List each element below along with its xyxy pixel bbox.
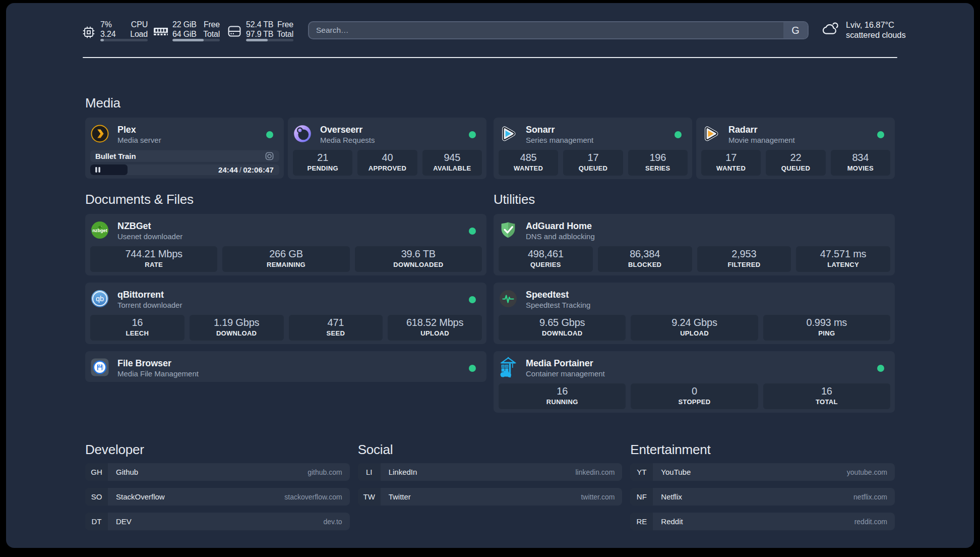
- bookmark-url: twitter.com: [581, 493, 615, 501]
- bookmark-column: GH Github github.com SO StackOverflow st…: [85, 463, 350, 530]
- stat-value: 266 GB: [222, 248, 349, 260]
- stat-label: UPLOAD: [631, 329, 758, 338]
- portainer-icon: [499, 358, 517, 376]
- service-header: Overseerr Media Requests: [293, 124, 482, 145]
- total-duration: 02:06:47: [243, 165, 274, 174]
- bookmark-reddit[interactable]: RE Reddit reddit.com: [630, 513, 895, 530]
- service-card-qbittorrent[interactable]: qBittorrent Torrent downloader 16 LEECH: [85, 283, 486, 344]
- service-card-sonarr[interactable]: Sonarr Series management 485 WANTED 17 Q…: [494, 118, 692, 179]
- resource-body: 22 GiB Free 64 GiB Total: [172, 20, 220, 41]
- bookmark-name[interactable]: DEV: [116, 517, 132, 526]
- service-title[interactable]: Overseerr: [320, 124, 375, 135]
- resource-disk: 52.4 TB Free 97.9 TB Total: [228, 20, 293, 41]
- cpu-load-value: 3.24: [100, 29, 115, 39]
- service-title[interactable]: qBittorrent: [117, 289, 182, 300]
- stat-label: SEED: [289, 329, 383, 338]
- bookmark-name[interactable]: YouTube: [661, 468, 691, 476]
- bookmark-linkedin[interactable]: LI LinkedIn linkedin.com: [358, 463, 623, 481]
- service-card-filebrowser[interactable]: File Browser Media File Management: [85, 351, 486, 382]
- service-card-adguard[interactable]: AdGuard Home DNS and adblocking 498,461 …: [494, 214, 895, 275]
- stat-value: 618.52 Mbps: [388, 316, 482, 329]
- service-card-portainer[interactable]: Media Portainer Container management 16 …: [494, 351, 895, 413]
- bookmark-abbr: LI: [358, 463, 381, 481]
- section-title-social: Social: [358, 441, 623, 458]
- stat-value: 485: [499, 151, 558, 164]
- bookmark-url: linkedin.com: [576, 468, 615, 476]
- bookmark-stackoverflow[interactable]: SO StackOverflow stackoverflow.com: [85, 488, 350, 506]
- memory-total-value: 64 GiB: [172, 29, 197, 39]
- section-title-media: Media: [85, 94, 895, 112]
- bookmark-name[interactable]: LinkedIn: [389, 468, 417, 476]
- overseerr-icon: [293, 125, 312, 143]
- stat-label: REMAINING: [222, 260, 349, 269]
- disk-total-label: Total: [277, 29, 293, 39]
- filebrowser-icon: [91, 358, 109, 376]
- service-title[interactable]: Radarr: [728, 124, 795, 135]
- service-description: Media Requests: [320, 135, 375, 145]
- top-bar-container: 7% CPU 3.24 Load 22 GiB: [83, 20, 897, 58]
- plex-now-playing: Bullet Train 24:44/02:06:47: [90, 150, 279, 175]
- service-text: NZBGet Usenet downloader: [117, 220, 182, 241]
- bookmark-name[interactable]: Netflix: [661, 492, 682, 501]
- service-header: NZBGet Usenet downloader: [90, 220, 482, 241]
- service-title[interactable]: Media Portainer: [526, 358, 605, 369]
- disk-free-value: 52.4 TB: [246, 20, 273, 29]
- card-pair: Sonarr Series management 485 WANTED 17 Q…: [494, 118, 895, 179]
- bookmark-netflix[interactable]: NF Netflix netflix.com: [630, 488, 895, 506]
- service-title[interactable]: Sonarr: [526, 124, 593, 135]
- disk-icon: [228, 25, 241, 38]
- service-card-nzbget[interactable]: NZBGet Usenet downloader 744.21 Mbps RAT…: [85, 214, 486, 275]
- stat-label: DOWNLOADED: [355, 260, 482, 269]
- stat-label: UPLOAD: [388, 329, 482, 338]
- bookmark-url: youtube.com: [847, 468, 887, 476]
- service-card-plex[interactable]: Plex Media server Bullet Train: [85, 118, 284, 179]
- stat-value: 9.65 Gbps: [499, 316, 626, 329]
- search-provider-button[interactable]: G: [783, 22, 808, 38]
- stat-tile: 17 QUEUED: [563, 150, 623, 176]
- service-card-radarr[interactable]: Radarr Movie management 17 WANTED 22 QUE…: [696, 118, 895, 179]
- section-title-utilities: Utilities: [494, 191, 895, 208]
- bookmark-abbr: GH: [85, 463, 108, 481]
- bookmark-name[interactable]: Twitter: [389, 492, 411, 501]
- service-card-overseerr[interactable]: Overseerr Media Requests 21 PENDING 40 A…: [288, 118, 486, 179]
- memory-free-value: 22 GiB: [172, 20, 197, 29]
- bookmark-column: LI LinkedIn linkedin.com TW Twitter twit…: [358, 463, 623, 506]
- service-title[interactable]: NZBGet: [117, 220, 182, 232]
- stat-tile: 618.52 Mbps UPLOAD: [388, 315, 482, 341]
- service-card-speedtest[interactable]: Speedtest Speedtest Tracking 9.65 Gbps D…: [494, 283, 895, 344]
- card-pair: Plex Media server Bullet Train: [85, 118, 486, 179]
- stat-label: RATE: [90, 260, 217, 269]
- memory-total-label: Total: [203, 29, 220, 39]
- service-title[interactable]: AdGuard Home: [526, 220, 595, 232]
- stat-value: 471: [289, 316, 383, 329]
- bookmark-url: netflix.com: [853, 493, 887, 501]
- bookmark-youtube[interactable]: YT YouTube youtube.com: [630, 463, 895, 481]
- bookmark-name[interactable]: StackOverflow: [116, 492, 165, 501]
- stat-tile: 39.6 TB DOWNLOADED: [355, 246, 482, 272]
- service-title[interactable]: Speedtest: [526, 289, 590, 300]
- service-title[interactable]: Plex: [117, 124, 161, 135]
- service-description: Media File Management: [117, 369, 199, 378]
- bookmark-name[interactable]: Github: [116, 468, 138, 476]
- bookmark-twitter[interactable]: TW Twitter twitter.com: [358, 488, 623, 506]
- stat-tile: 22 QUEUED: [766, 150, 825, 176]
- bookmark-name[interactable]: Reddit: [661, 517, 683, 526]
- cpu-usage-value: 7%: [100, 20, 112, 29]
- stat-tile: 1.19 Gbps DOWNLOAD: [190, 315, 284, 341]
- service-title[interactable]: File Browser: [117, 358, 199, 369]
- stat-label: DOWNLOAD: [499, 329, 626, 338]
- stat-value: 16: [763, 385, 890, 398]
- stat-label: FILTERED: [697, 260, 791, 269]
- service-header: Speedtest Speedtest Tracking: [499, 289, 890, 310]
- stat-tile: 16 TOTAL: [763, 383, 890, 409]
- bookmark-github[interactable]: GH Github github.com: [85, 463, 350, 481]
- bookmark-dev[interactable]: DT DEV dev.to: [85, 513, 350, 530]
- playback-progress-fill: [90, 164, 128, 175]
- stat-tile: 2,953 FILTERED: [697, 246, 791, 272]
- pause-icon[interactable]: [95, 167, 100, 173]
- qbittorrent-icon: [91, 290, 109, 308]
- stat-tile: 0 STOPPED: [631, 383, 758, 409]
- service-text: Media Portainer Container management: [526, 358, 605, 378]
- search-input[interactable]: [309, 22, 783, 38]
- service-stats: 498,461 QUERIES 86,384 BLOCKED 2,953 FIL…: [499, 246, 890, 272]
